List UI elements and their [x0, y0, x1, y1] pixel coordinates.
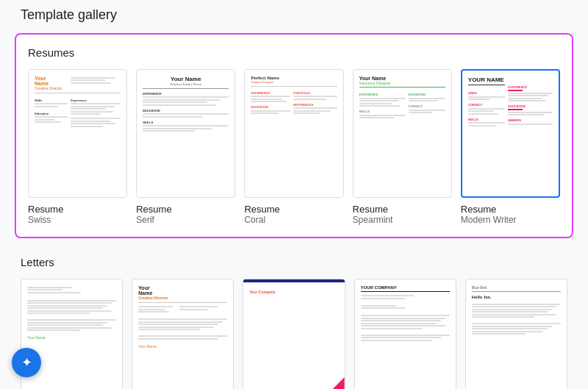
resume-coral-style: Coral	[244, 215, 265, 225]
template-resume-spearmint[interactable]: Your Name Insurance Designer EXPERIENCE …	[353, 69, 452, 225]
resumes-grid: YourName Creative Director	[28, 69, 560, 225]
template-resume-modern[interactable]: YOUR NAME LINKS CONTACT SKILLS	[461, 69, 560, 225]
resume-serif-thumbnail[interactable]: Your Name Position | Email | Phone EXPER…	[136, 69, 235, 198]
template-resume-swiss[interactable]: YourName Creative Director	[28, 69, 127, 225]
template-letter-serif[interactable]: YourName Creative Director	[132, 279, 234, 389]
template-business-letter-2[interactable]: YOUR COMPANY	[354, 279, 456, 389]
letter-serif-thumbnail[interactable]: YourName Creative Director	[132, 279, 234, 389]
template-resume-coral[interactable]: Perfect Name Graphic Designer EXPERIENCE…	[244, 69, 343, 225]
resume-modern-thumbnail[interactable]: YOUR NAME LINKS CONTACT SKILLS	[461, 69, 560, 198]
resume-swiss-name: Resume	[28, 204, 63, 215]
page-container: Template gallery Resumes YourName Creati…	[0, 0, 588, 389]
template-resume-serif[interactable]: Your Name Position | Email | Phone EXPER…	[136, 69, 235, 225]
resume-spearmint-thumbnail[interactable]: Your Name Insurance Designer EXPERIENCE …	[353, 69, 452, 198]
floating-action-button[interactable]: ✦	[12, 348, 41, 377]
letters-section: Letters	[15, 256, 573, 389]
template-informal-letter[interactable]: Blue Bird Hello fax,	[465, 279, 567, 389]
resumes-section-title: Resumes	[28, 46, 560, 59]
resume-spearmint-style: Spearmint	[353, 215, 393, 225]
resume-serif-style: Serif	[136, 215, 154, 225]
resume-modern-style: Modern Writer	[461, 215, 517, 225]
resume-swiss-style: Swiss	[28, 215, 51, 225]
letters-grid: Your Name Letter YourName Creative Direc…	[21, 279, 567, 389]
template-business-letter[interactable]: Your Company	[243, 279, 345, 389]
resumes-section: Resumes YourName Creative Director	[15, 33, 573, 238]
letters-section-title: Letters	[21, 256, 567, 268]
resume-spearmint-name: Resume	[353, 204, 388, 215]
resume-coral-name: Resume	[244, 204, 279, 215]
resume-swiss-thumbnail[interactable]: YourName Creative Director	[28, 69, 127, 198]
resume-serif-name: Resume	[136, 204, 171, 215]
resume-modern-name: Resume	[461, 204, 496, 215]
resume-coral-thumbnail[interactable]: Perfect Name Graphic Designer EXPERIENCE…	[244, 69, 343, 198]
informal-letter-thumbnail[interactable]: Blue Bird Hello fax,	[465, 279, 567, 389]
business-letter-2-thumbnail[interactable]: YOUR COMPANY	[354, 279, 456, 389]
sparkle-icon: ✦	[21, 354, 32, 371]
business-letter-thumbnail[interactable]: Your Company	[243, 279, 345, 389]
page-title: Template gallery	[15, 0, 573, 33]
